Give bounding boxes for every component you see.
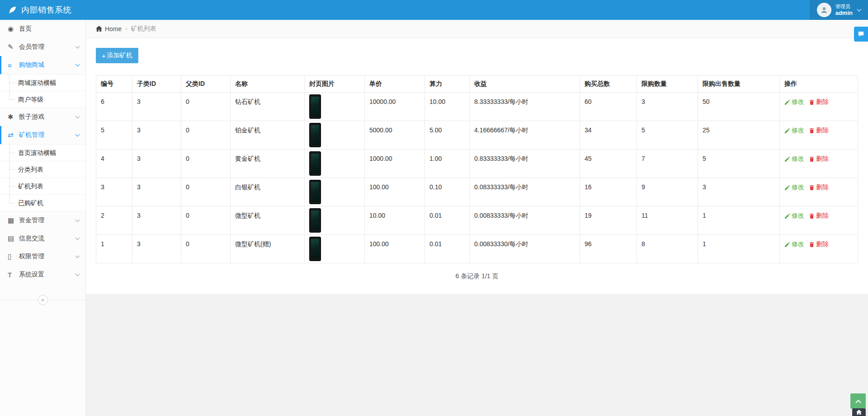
sidebar-subitem-mall-banner[interactable]: 商城滚动横幅 xyxy=(0,74,85,91)
document-icon: ▯ xyxy=(8,252,19,261)
edit-link[interactable]: 修改 xyxy=(784,155,804,163)
text-icon: T xyxy=(8,271,19,279)
sidebar-collapse-button[interactable]: « xyxy=(38,295,48,305)
table-row: 130微型矿机(赠)100.000.010.00833330/每小时9681修改… xyxy=(96,235,858,263)
submenu-mall: 商城滚动横幅商户等级 xyxy=(0,74,85,108)
delete-link[interactable]: 删除 xyxy=(809,212,829,220)
app-title: 内部销售系统 xyxy=(21,5,71,15)
sidebar-subitem-category-list[interactable]: 分类列表 xyxy=(0,161,85,178)
chevron-down-icon xyxy=(75,114,80,119)
cell-id: 5 xyxy=(96,121,132,150)
delete-link[interactable]: 删除 xyxy=(809,240,829,248)
home-icon xyxy=(96,26,102,32)
user-text: 管理员 admin xyxy=(835,4,853,17)
cell-id: 6 xyxy=(96,93,132,121)
sidebar-item-dice[interactable]: ✱骰子游戏 xyxy=(0,108,85,126)
user-role: 管理员 xyxy=(835,4,853,9)
sidebar-subitem-home-banner[interactable]: 首页滚动横幅 xyxy=(0,144,85,161)
delete-link[interactable]: 删除 xyxy=(809,155,829,163)
edit-label: 修改 xyxy=(792,240,804,248)
delete-link[interactable]: 删除 xyxy=(809,183,829,192)
chevron-down-icon xyxy=(75,254,80,258)
trash-icon xyxy=(809,242,815,248)
back-to-top-button[interactable] xyxy=(850,393,866,409)
sidebar-item-permissions[interactable]: ▯权限管理 xyxy=(0,248,85,266)
user-name: admin xyxy=(835,9,853,17)
cell-limit-buy: 9 xyxy=(637,178,698,206)
cell-limit-sell: 1 xyxy=(698,235,780,263)
sidebar-item-label: 资金管理 xyxy=(19,216,76,224)
message-icon: ▤ xyxy=(8,234,19,243)
cell-name: 微型矿机(赠) xyxy=(231,235,305,263)
column-header: 购买总数 xyxy=(580,76,637,93)
breadcrumb-home-link[interactable]: Home xyxy=(96,25,122,33)
sidebar-item-miners[interactable]: ⇄矿机管理 xyxy=(0,126,85,144)
chevron-down-icon xyxy=(75,44,80,49)
sidebar-item-members[interactable]: ✎会员管理 xyxy=(0,38,85,56)
add-miner-button[interactable]: + 添加矿机 xyxy=(96,48,138,63)
cell-limit-sell: 50 xyxy=(698,93,780,121)
app-brand: 内部销售系统 xyxy=(0,5,80,15)
cell-limit-buy: 5 xyxy=(637,121,698,150)
edit-link[interactable]: 修改 xyxy=(784,98,804,106)
column-header: 编号 xyxy=(96,76,132,93)
cell-cover xyxy=(305,121,365,150)
cell-actions: 修改删除 xyxy=(780,235,858,263)
cell-cover xyxy=(305,150,365,178)
cell-parent-id: 0 xyxy=(181,206,231,235)
cell-id: 1 xyxy=(96,235,132,263)
sidebar-item-mall[interactable]: ≡购物商城 xyxy=(0,56,85,74)
cell-power: 1.00 xyxy=(425,150,470,178)
edit-link[interactable]: 修改 xyxy=(784,126,804,135)
cell-price: 5000.00 xyxy=(365,121,425,150)
cell-total: 34 xyxy=(580,121,637,150)
column-header: 收益 xyxy=(470,76,580,93)
machine-cover-image xyxy=(309,123,321,147)
sidebar-item-home[interactable]: ◉首页 xyxy=(0,20,85,38)
edit-label: 修改 xyxy=(792,183,804,192)
trash-icon xyxy=(809,213,815,219)
sidebar-item-messages[interactable]: ▤信息交流 xyxy=(0,229,85,248)
cell-parent-id: 0 xyxy=(181,235,231,263)
trash-icon xyxy=(809,156,815,162)
cell-income: 8.33333333/每小时 xyxy=(470,93,580,121)
edit-link[interactable]: 修改 xyxy=(784,212,804,220)
table-row: 330白银矿机100.000.100.08333333/每小时1693修改删除 xyxy=(96,178,858,206)
miner-list-panel: + 添加矿机 编号子类ID父类ID名称封页图片单价算力收益购买总数限购数量限购出… xyxy=(86,38,868,294)
machine-cover-image xyxy=(309,208,321,233)
breadcrumb: Home › 矿机列表 xyxy=(86,20,868,38)
floating-service-icon[interactable] xyxy=(854,27,868,42)
trash-icon xyxy=(809,185,815,191)
edit-icon: ✎ xyxy=(8,43,19,51)
edit-link[interactable]: 修改 xyxy=(784,183,804,192)
machine-cover-screen xyxy=(311,239,319,259)
table-row: 430黄金矿机1000.001.000.83333333/每小时4575修改删除 xyxy=(96,150,858,178)
dashboard-icon: ◉ xyxy=(8,25,19,33)
pencil-icon xyxy=(784,185,790,191)
leaf-logo-icon xyxy=(8,5,17,14)
delete-link[interactable]: 删除 xyxy=(809,98,829,106)
sidebar-subitem-purchased-miners[interactable]: 已购矿机 xyxy=(0,194,85,211)
dice-icon: ✱ xyxy=(8,113,19,121)
cell-limit-buy: 11 xyxy=(637,206,698,235)
sidebar-item-label: 骰子游戏 xyxy=(19,113,76,121)
delete-link[interactable]: 删除 xyxy=(809,126,829,135)
edit-link[interactable]: 修改 xyxy=(784,240,804,248)
pencil-icon xyxy=(784,213,790,219)
table-row: 230微型矿机10.000.010.00833333/每小时19111修改删除 xyxy=(96,206,858,235)
sidebar-item-settings[interactable]: T系统设置 xyxy=(0,266,85,284)
sidebar-subitem-merchant-level[interactable]: 商户等级 xyxy=(0,91,85,108)
miners-table-body: 630钻石矿机10000.0010.008.33333333/每小时60350修… xyxy=(96,93,858,263)
cell-id: 2 xyxy=(96,206,132,235)
table-row: 630钻石矿机10000.0010.008.33333333/每小时60350修… xyxy=(96,93,858,121)
delete-label: 删除 xyxy=(816,155,829,163)
sidebar-subitem-miner-list[interactable]: 矿机列表 xyxy=(0,178,85,194)
column-header: 子类ID xyxy=(132,76,181,93)
corner-widget[interactable] xyxy=(852,408,866,416)
user-menu[interactable]: 管理员 admin xyxy=(810,0,868,20)
top-bar: 内部销售系统 管理员 admin xyxy=(0,0,868,20)
delete-label: 删除 xyxy=(816,98,829,106)
sidebar-item-funds[interactable]: ▦资金管理 xyxy=(0,211,85,229)
cell-power: 5.00 xyxy=(425,121,470,150)
chevron-down-icon xyxy=(75,272,80,276)
